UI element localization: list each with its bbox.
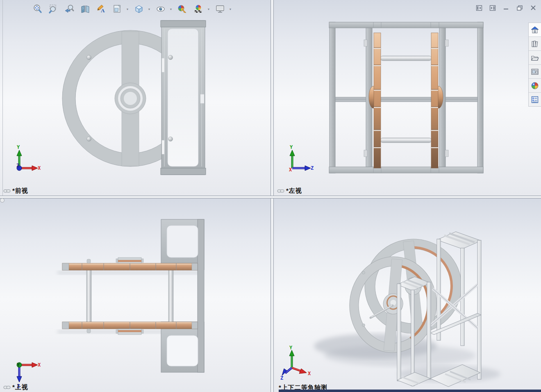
monitor-icon xyxy=(215,4,225,14)
previous-view-button[interactable] xyxy=(64,4,75,14)
base-frame-top[interactable] xyxy=(161,219,204,372)
apply-scene-dropdown[interactable]: ▼ xyxy=(207,8,211,11)
view-label-left: *左视 xyxy=(277,187,302,195)
design-library-icon xyxy=(531,40,539,48)
close-icon xyxy=(530,5,536,11)
axis-label-x: X xyxy=(38,362,41,368)
section-view-button[interactable] xyxy=(80,4,91,14)
window-controls xyxy=(475,4,537,11)
triad-dimetric: Y X Z xyxy=(280,345,315,380)
axis-label-z: Z xyxy=(311,165,314,171)
appearances-sphere-icon xyxy=(531,82,539,90)
view-orientation-button[interactable] xyxy=(112,4,123,14)
viewport-splitter-horizontal[interactable] xyxy=(0,196,541,198)
display-style-dropdown[interactable]: ▼ xyxy=(147,8,151,11)
view-label-front: *前视 xyxy=(3,187,28,195)
custom-properties-icon xyxy=(531,96,539,104)
viewport-top[interactable]: Y X Z *上视 xyxy=(0,198,270,392)
annotation-views-icon: A xyxy=(96,4,106,14)
axis-label-x: X xyxy=(289,167,292,173)
restore-button[interactable] xyxy=(516,4,523,11)
collapse-right-pane-button[interactable] xyxy=(489,4,496,11)
view-label-top: *上视 xyxy=(3,383,28,391)
zoom-to-fit-button[interactable] xyxy=(32,4,43,14)
close-button[interactable] xyxy=(530,4,537,11)
collapse-left-pane-icon xyxy=(476,5,483,11)
edit-appearance-icon xyxy=(177,4,187,14)
panel-splitter-knob[interactable] xyxy=(0,198,5,203)
home-icon xyxy=(531,26,539,34)
task-pane-tab-home[interactable] xyxy=(529,23,541,37)
view-orientation-icon xyxy=(112,4,122,14)
previous-view-icon xyxy=(64,4,74,14)
zoom-to-area-icon xyxy=(48,4,58,14)
triad-top: Y X Z xyxy=(11,349,42,389)
apply-scene-button[interactable] xyxy=(193,4,204,14)
heads-up-toolbar: A ▼ ▼ xyxy=(32,4,236,14)
restore-icon xyxy=(516,5,523,11)
eye-icon xyxy=(156,4,166,14)
cross-rods-top[interactable] xyxy=(86,267,173,325)
view-settings-dropdown[interactable]: ▼ xyxy=(228,8,232,11)
axis-label-y: Y xyxy=(290,144,293,150)
task-pane-tab-view-palette[interactable] xyxy=(529,65,541,79)
hide-show-items-button[interactable] xyxy=(155,4,166,14)
axis-label-y: Y xyxy=(289,345,293,351)
frame-column[interactable] xyxy=(161,21,206,175)
task-pane-tabs xyxy=(528,23,541,107)
axis-label-z: Z xyxy=(16,163,19,169)
axis-label-x: X xyxy=(38,165,41,171)
view-settings-button[interactable] xyxy=(215,4,225,14)
task-pane-tab-appearances[interactable] xyxy=(529,79,541,93)
task-pane-tab-custom-properties[interactable] xyxy=(529,93,541,106)
minimize-icon xyxy=(503,5,509,11)
axis-label-y: Y xyxy=(17,144,20,150)
task-pane-tab-file-explorer[interactable] xyxy=(529,51,541,65)
collapse-right-pane-icon xyxy=(489,5,496,11)
display-style-button[interactable] xyxy=(134,4,144,14)
task-pane-tab-design-library[interactable] xyxy=(529,37,541,51)
hide-show-items-dropdown[interactable]: ▼ xyxy=(169,8,173,11)
link-icon xyxy=(277,189,284,193)
folder-icon xyxy=(531,54,539,62)
display-style-icon xyxy=(134,4,144,14)
edit-appearance-button[interactable] xyxy=(177,4,188,14)
dynamic-annotation-views-button[interactable]: A xyxy=(96,4,107,14)
zoom-to-fit-icon xyxy=(32,4,42,14)
collapse-left-pane-button[interactable] xyxy=(475,4,483,11)
zoom-to-area-button[interactable] xyxy=(48,4,59,14)
viewport-left[interactable]: X Y Z *左视 xyxy=(273,0,541,196)
axis-label-z: Z xyxy=(280,375,283,380)
apply-scene-icon xyxy=(193,4,203,14)
base-frame[interactable] xyxy=(329,22,483,173)
triad-front: Z Y X xyxy=(11,144,42,174)
triad-left: X Y Z xyxy=(284,144,315,174)
axis-label-y: Y xyxy=(17,362,20,368)
minimize-button[interactable] xyxy=(502,4,510,11)
view-palette-icon xyxy=(531,68,539,76)
status-bar-edge xyxy=(279,390,541,392)
section-view-icon xyxy=(80,4,90,14)
viewport-dimetric[interactable]: Y X Z *上下二等角轴测 xyxy=(273,198,541,392)
app-window: Z Y X *前视 xyxy=(0,0,541,392)
viewport-front[interactable]: Z Y X *前视 xyxy=(0,0,270,196)
axis-label-x: X xyxy=(308,371,311,376)
wheel-hub[interactable] xyxy=(115,83,146,114)
link-icon xyxy=(3,385,11,390)
view-orientation-dropdown[interactable]: ▼ xyxy=(125,8,130,11)
link-icon xyxy=(3,189,11,193)
